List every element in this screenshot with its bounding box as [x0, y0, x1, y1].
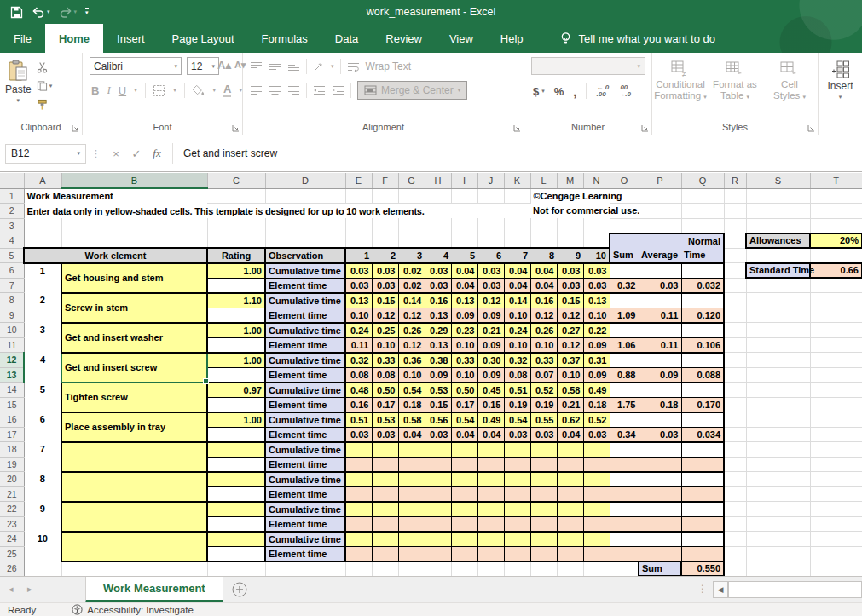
cell-Q9[interactable]: 0.120 — [681, 308, 724, 323]
number-launcher-icon[interactable] — [641, 124, 649, 132]
cell-B3[interactable] — [61, 218, 207, 233]
cell-J14[interactable]: 0.45 — [477, 383, 504, 398]
cell-I1[interactable] — [451, 188, 477, 204]
cell-O26[interactable] — [610, 561, 639, 577]
cell-R20[interactable] — [724, 472, 746, 487]
bold-icon[interactable]: B — [91, 84, 99, 97]
cell-C18[interactable] — [207, 442, 265, 458]
cell-F8[interactable]: 0.15 — [372, 293, 398, 308]
cell-N12[interactable]: 0.31 — [583, 353, 610, 368]
cell-I4[interactable] — [451, 233, 477, 249]
cell-T26[interactable] — [810, 561, 862, 577]
cell-D7[interactable]: Element time — [265, 278, 345, 293]
font-color-icon[interactable]: A — [223, 84, 231, 97]
cell-L4[interactable] — [530, 233, 557, 249]
cell-M15[interactable]: 0.21 — [557, 397, 583, 412]
cell-H9[interactable]: 0.13 — [425, 308, 451, 323]
cell-H21[interactable] — [425, 486, 451, 502]
cell-T17[interactable] — [810, 427, 862, 442]
col-header-G[interactable]: G — [398, 173, 425, 188]
cell-J17[interactable]: 0.04 — [477, 427, 504, 442]
cell-S23[interactable] — [746, 516, 810, 532]
cell-B24[interactable] — [61, 532, 207, 561]
cell-G13[interactable]: 0.10 — [398, 367, 425, 383]
hscroll-left-icon[interactable]: ◀ — [713, 581, 728, 598]
cell-A4[interactable] — [24, 233, 61, 249]
save-icon[interactable] — [10, 6, 23, 19]
cell-O10[interactable] — [610, 323, 639, 338]
cell-M9[interactable]: 0.12 — [557, 308, 583, 323]
tab-page-layout[interactable]: Page Layout — [159, 24, 248, 53]
cell-Q1[interactable] — [681, 188, 724, 204]
cell-N6[interactable]: 0.03 — [583, 263, 610, 279]
tab-view[interactable]: View — [436, 24, 487, 53]
cell-K19[interactable] — [504, 457, 530, 472]
cell-H5[interactable]: 4 — [425, 248, 451, 263]
cell-I12[interactable]: 0.33 — [451, 353, 477, 368]
cell-P9[interactable]: 0.11 — [639, 308, 681, 323]
cell-D11[interactable]: Element time — [265, 337, 345, 353]
alignment-launcher-icon[interactable] — [513, 124, 521, 132]
cell-L2[interactable]: Not for commercial use. — [530, 204, 610, 219]
cell-D18[interactable]: Cumulative time — [265, 442, 345, 458]
cell-O4[interactable] — [610, 233, 639, 249]
cell-R1[interactable] — [724, 188, 746, 204]
cell-Q15[interactable]: 0.170 — [681, 397, 724, 412]
cell-S21[interactable] — [746, 486, 810, 502]
col-header-H[interactable]: H — [425, 173, 451, 188]
cell-I16[interactable]: 0.54 — [451, 412, 477, 428]
cell-D24[interactable]: Cumulative time — [265, 532, 345, 547]
redo-icon[interactable]: ▾ — [59, 6, 78, 18]
cell-C6[interactable]: 1.00 — [207, 263, 265, 279]
col-header-R[interactable]: R — [724, 173, 746, 188]
cell-J4[interactable] — [477, 233, 504, 249]
cell-G22[interactable] — [398, 502, 425, 517]
cell-E3[interactable] — [345, 218, 372, 233]
cell-O15[interactable]: 1.75 — [610, 397, 639, 412]
cell-S18[interactable] — [746, 442, 810, 458]
cell-P19[interactable] — [639, 457, 681, 472]
col-header-L[interactable]: L — [530, 173, 557, 188]
cell-R26[interactable] — [724, 561, 746, 577]
cell-L17[interactable]: 0.03 — [530, 427, 557, 442]
row-header-1[interactable]: 1 — [0, 188, 24, 204]
cell-T9[interactable] — [810, 308, 862, 323]
cell-S20[interactable] — [746, 472, 810, 487]
row-header-24[interactable]: 24 — [0, 532, 24, 547]
wrap-text-label[interactable]: Wrap Text — [366, 60, 412, 72]
cell-I3[interactable] — [451, 218, 477, 233]
cell-E21[interactable] — [345, 486, 372, 502]
cell-B6[interactable]: Get housing and stem — [61, 263, 207, 293]
cell-G12[interactable]: 0.36 — [398, 353, 425, 368]
col-header-P[interactable]: P — [639, 173, 681, 188]
cell-B16[interactable]: Place assembly in tray — [61, 412, 207, 442]
cell-D20[interactable]: Cumulative time — [265, 472, 345, 487]
cell-K21[interactable] — [504, 486, 530, 502]
cell-T13[interactable] — [810, 367, 862, 383]
cell-H13[interactable]: 0.09 — [425, 367, 451, 383]
cell-D8[interactable]: Cumulative time — [265, 293, 345, 308]
cell-K6[interactable]: 0.04 — [504, 263, 530, 279]
cell-M26[interactable] — [557, 561, 583, 577]
cell-S11[interactable] — [746, 337, 810, 353]
cell-B4[interactable] — [61, 233, 207, 249]
cell-P13[interactable]: 0.09 — [639, 367, 681, 383]
cell-T6[interactable]: 0.66 — [810, 263, 862, 279]
cell-F21[interactable] — [372, 486, 398, 502]
paste-button[interactable]: Paste ▾ — [5, 57, 32, 111]
cell-K7[interactable]: 0.04 — [504, 278, 530, 293]
row-header-9[interactable]: 9 — [0, 308, 24, 323]
cell-S10[interactable] — [746, 323, 810, 338]
cell-O22[interactable] — [610, 502, 639, 517]
cell-C1[interactable] — [207, 188, 265, 204]
cell-G26[interactable] — [398, 561, 425, 577]
cell-O7[interactable]: 0.32 — [610, 278, 639, 293]
cell-G10[interactable]: 0.26 — [398, 323, 425, 338]
cell-L1[interactable]: ©Cengage Learning — [530, 188, 610, 204]
cell-A14[interactable]: 5 — [24, 383, 61, 398]
tab-file[interactable]: File — [0, 24, 45, 53]
cell-M14[interactable]: 0.58 — [557, 383, 583, 398]
cell-M11[interactable]: 0.12 — [557, 337, 583, 353]
conditional-formatting-button[interactable]: ≠ ConditionalFormatting ▾ — [653, 57, 708, 102]
cell-H11[interactable]: 0.13 — [425, 337, 451, 353]
